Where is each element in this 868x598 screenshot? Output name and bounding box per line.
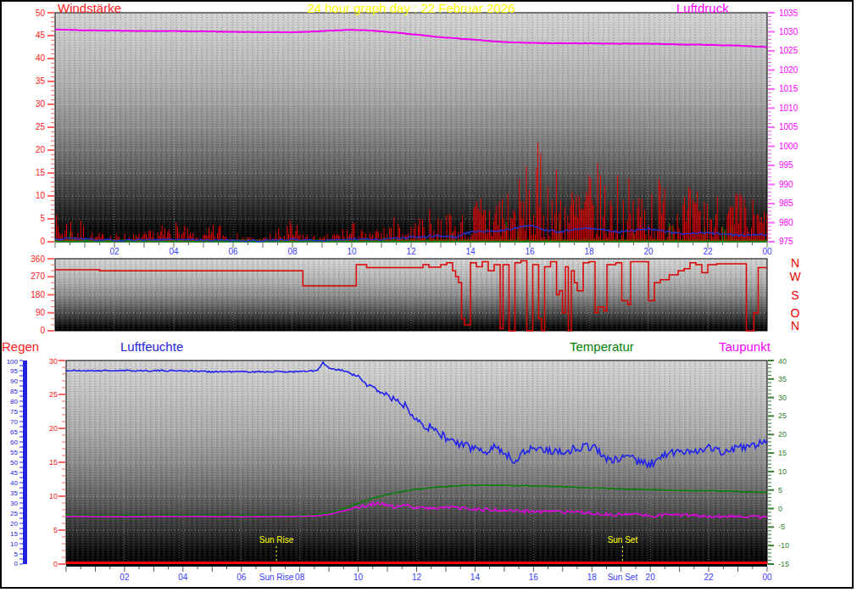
sunset-marker-label: Sun Set [608, 535, 638, 545]
svg-text:1020: 1020 [779, 65, 798, 75]
compass-label-o-3: O [791, 306, 800, 320]
svg-text:40: 40 [10, 479, 18, 487]
wind-pressure-panel: 0510152025303540455097598098599099510001… [36, 8, 798, 256]
svg-text:85: 85 [10, 388, 18, 395]
svg-text:18: 18 [587, 573, 598, 582]
svg-text:975: 975 [779, 237, 793, 246]
svg-text:990: 990 [779, 180, 793, 189]
svg-text:35: 35 [36, 76, 46, 86]
svg-text:1025: 1025 [779, 46, 798, 55]
svg-text:-5: -5 [778, 523, 785, 531]
svg-text:55: 55 [10, 449, 18, 456]
svg-text:25: 25 [10, 510, 18, 517]
svg-text:08: 08 [287, 247, 298, 256]
svg-text:5: 5 [53, 526, 58, 534]
svg-text:980: 980 [779, 218, 793, 227]
sunrise-axis-label: Sun Rise [259, 573, 294, 582]
svg-text:14: 14 [470, 573, 481, 582]
svg-text:15: 15 [10, 530, 18, 538]
compass-label-n-4: N [791, 319, 799, 333]
svg-text:5: 5 [778, 486, 782, 495]
svg-text:25: 25 [36, 122, 46, 131]
svg-text:06: 06 [228, 247, 238, 256]
svg-text:16: 16 [529, 573, 539, 582]
svg-text:50: 50 [10, 459, 18, 467]
svg-text:995: 995 [779, 160, 793, 170]
windrichtung-axis: 090180270360 [31, 254, 54, 335]
svg-text:20: 20 [49, 424, 58, 433]
regen-axis: 051015202530 [49, 357, 65, 568]
taupunkt-label: Taupunkt [719, 339, 771, 354]
temperatur-label: Temperatur [570, 339, 634, 354]
svg-text:40: 40 [778, 357, 787, 366]
svg-text:16: 16 [525, 247, 535, 256]
time-axis-bottom: 020406081012141618202200Sun RiseSun Set [66, 567, 772, 582]
svg-text:04: 04 [169, 247, 179, 256]
svg-text:10: 10 [347, 247, 357, 256]
svg-text:10: 10 [778, 467, 787, 476]
svg-text:50: 50 [36, 8, 46, 18]
time-axis-top: 020406081012141618202200 [55, 243, 772, 256]
svg-text:60: 60 [10, 439, 18, 446]
svg-text:45: 45 [10, 469, 18, 477]
weather-graphs-canvas: 0510152025303540455097598098599099510001… [0, 0, 868, 598]
svg-text:100: 100 [7, 358, 19, 366]
svg-text:22: 22 [704, 573, 715, 582]
svg-text:0: 0 [778, 505, 782, 513]
svg-text:30: 30 [10, 500, 18, 507]
svg-text:1000: 1000 [779, 142, 798, 151]
svg-text:1010: 1010 [779, 103, 798, 113]
svg-text:20: 20 [643, 247, 654, 256]
svg-text:00: 00 [762, 573, 772, 582]
svg-text:180: 180 [31, 290, 45, 299]
svg-text:12: 12 [406, 247, 416, 256]
svg-text:22: 22 [703, 247, 713, 256]
svg-text:270: 270 [31, 271, 45, 281]
svg-text:0: 0 [40, 237, 45, 246]
windstaerke-axis: 05101520253035404550 [36, 8, 54, 246]
svg-text:30: 30 [778, 394, 787, 402]
svg-text:95: 95 [10, 367, 18, 375]
svg-text:0: 0 [40, 326, 45, 335]
sunset-axis-label: Sun Set [608, 573, 638, 582]
svg-text:40: 40 [36, 53, 46, 63]
luftdruck-label: Luftdruck [676, 1, 729, 15]
svg-text:18: 18 [584, 247, 594, 256]
regen-label: Regen [2, 339, 39, 354]
svg-text:10: 10 [36, 191, 46, 200]
compass-label-n-0: N [791, 256, 799, 270]
svg-text:10: 10 [353, 573, 364, 582]
luftdruck-axis: 9759809859909951000100510101015102010251… [768, 8, 798, 246]
svg-text:1035: 1035 [779, 8, 798, 18]
svg-text:985: 985 [779, 198, 793, 208]
svg-text:35: 35 [778, 375, 787, 383]
svg-text:15: 15 [778, 449, 787, 457]
svg-text:65: 65 [10, 428, 18, 436]
temperatur-axis: -15-10-50510152025303540 [768, 357, 789, 568]
svg-text:08: 08 [295, 573, 305, 582]
svg-text:30: 30 [36, 99, 46, 109]
wind-direction-panel: 090180270360NWSON [31, 254, 801, 335]
svg-text:20: 20 [36, 145, 46, 154]
svg-text:1030: 1030 [779, 27, 798, 36]
svg-text:00: 00 [762, 247, 772, 256]
svg-text:1015: 1015 [779, 84, 798, 93]
svg-text:10: 10 [10, 540, 18, 548]
svg-text:35: 35 [10, 489, 18, 497]
svg-text:70: 70 [10, 418, 18, 426]
svg-text:20: 20 [10, 520, 18, 528]
svg-text:04: 04 [178, 573, 188, 582]
sunrise-marker-label: Sun Rise [259, 535, 294, 545]
svg-text:80: 80 [10, 398, 18, 405]
svg-text:25: 25 [49, 390, 58, 399]
compass-label-s-2: S [791, 288, 798, 302]
svg-text:75: 75 [10, 408, 18, 416]
svg-text:0: 0 [53, 560, 58, 568]
svg-text:90: 90 [10, 377, 18, 385]
svg-text:15: 15 [36, 168, 46, 177]
svg-text:-10: -10 [778, 541, 789, 550]
svg-text:90: 90 [36, 308, 46, 317]
svg-text:15: 15 [49, 458, 58, 467]
svg-text:45: 45 [36, 31, 46, 40]
svg-text:06: 06 [236, 573, 247, 582]
